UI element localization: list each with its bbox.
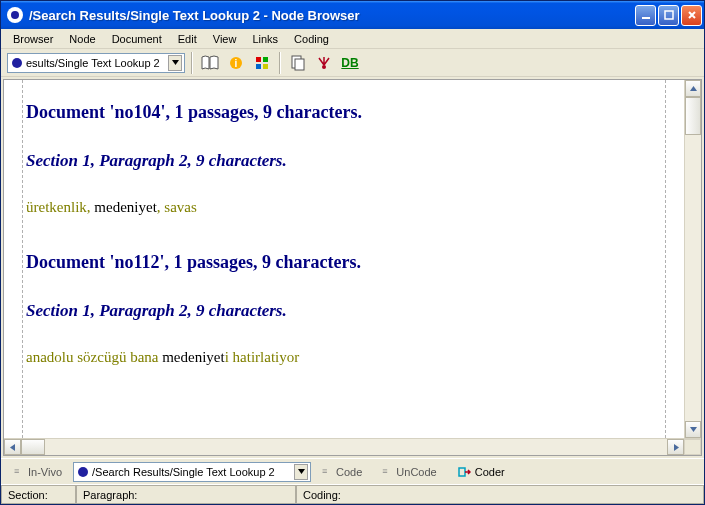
svg-point-11 [322,65,326,69]
svg-rect-0 [642,17,650,19]
coder-label: Coder [475,466,505,478]
db-button[interactable]: DB [339,52,361,74]
book-icon [201,55,219,71]
book-button[interactable] [199,52,221,74]
svg-marker-14 [10,444,15,451]
scroll-down-button[interactable] [685,421,701,438]
palette-button[interactable] [251,52,273,74]
svg-rect-7 [256,64,261,69]
menu-coding[interactable]: Coding [286,31,337,47]
scroll-track[interactable] [21,439,667,455]
db-icon: DB [341,56,358,70]
info-icon: i [229,56,243,70]
paragraph-label: Paragraph: [83,489,137,501]
svg-marker-13 [690,427,697,432]
uncode-label: UnCode [396,466,436,478]
svg-rect-10 [295,59,304,70]
status-paragraph: Paragraph: [76,485,296,504]
svg-marker-15 [674,444,679,451]
titlebar[interactable]: /Search Results/Single Text Lookup 2 - N… [1,1,704,29]
passage-text[interactable]: üretkenlik, medeniyet, savas [26,199,662,216]
arrow-right-icon [673,444,679,451]
maximize-button[interactable] [658,5,679,26]
stripes-icon: ≡ [14,470,24,473]
statusbar: Section: Paragraph: Coding: [1,484,704,504]
match-text: medeniyet [162,349,224,365]
node-path-combo[interactable]: esults/Single Text Lookup 2 [7,53,185,73]
window-buttons [635,5,702,26]
palette-icon [255,56,269,70]
toolbar-separator [191,52,193,74]
invivo-label: In-Vivo [28,466,62,478]
menu-view[interactable]: View [205,31,245,47]
coding-toolbar: ≡ In-Vivo /Search Results/Single Text Lo… [1,458,704,484]
menu-browser[interactable]: Browser [5,31,61,47]
menu-links[interactable]: Links [244,31,286,47]
vertical-scrollbar[interactable] [684,80,701,438]
stripes-icon: ≡ [382,470,392,473]
minimize-button[interactable] [635,5,656,26]
menu-document[interactable]: Document [104,31,170,47]
code-button: ≡ Code [313,462,371,482]
arrow-down-icon [690,427,697,433]
status-coding: Coding: [296,485,704,504]
minimize-icon [640,9,652,21]
document-heading: Document 'no104', 1 passages, 9 characte… [26,102,662,123]
document-heading: Document 'no112', 1 passages, 9 characte… [26,252,662,273]
context-text: üretkenlik, [26,199,94,215]
chevron-down-icon[interactable] [168,55,182,71]
status-section: Section: [1,485,76,504]
coder-icon [457,465,471,479]
match-text: medeniyet [94,199,156,215]
svg-marker-2 [172,60,179,65]
document-view[interactable]: Document 'no104', 1 passages, 9 characte… [4,80,684,438]
content-area: Document 'no104', 1 passages, 9 characte… [3,79,702,456]
spread-icon [316,56,332,70]
scroll-left-button[interactable] [4,439,21,455]
code-label: Code [336,466,362,478]
maximize-icon [663,9,675,21]
scroll-up-button[interactable] [685,80,701,97]
toolbar-separator [279,52,281,74]
right-margin-guide [665,80,666,438]
app-icon [7,7,23,23]
context-text: , savas [157,199,197,215]
section-heading: Section 1, Paragraph 2, 9 characters. [26,151,662,171]
spread-button[interactable] [313,52,335,74]
copy-button[interactable] [287,52,309,74]
info-button[interactable]: i [225,52,247,74]
horizontal-scrollbar[interactable] [4,438,701,455]
node-path-text: esults/Single Text Lookup 2 [26,57,166,69]
svg-rect-8 [263,64,268,69]
node-icon [12,58,22,68]
scroll-track[interactable] [685,97,701,421]
svg-marker-12 [690,86,697,91]
menubar: Browser Node Document Edit View Links Co… [1,29,704,49]
node-browser-window: /Search Results/Single Text Lookup 2 - N… [0,0,705,505]
invivo-button: ≡ In-Vivo [5,462,71,482]
chevron-down-icon[interactable] [294,464,308,480]
scroll-right-button[interactable] [667,439,684,455]
passage-text[interactable]: anadolu sözcügü bana medeniyeti hatirlat… [26,349,662,366]
arrow-left-icon [10,444,16,451]
svg-rect-6 [263,57,268,62]
close-icon [686,9,698,21]
scroll-thumb[interactable] [21,439,45,455]
toolbar: esults/Single Text Lookup 2 i DB [1,49,704,77]
window-title: /Search Results/Single Text Lookup 2 - N… [29,8,635,23]
copy-icon [291,55,305,71]
svg-text:i: i [235,58,238,69]
svg-rect-1 [665,11,673,19]
stripes-icon: ≡ [322,470,332,473]
svg-marker-16 [298,469,305,474]
coder-button[interactable]: Coder [448,462,514,482]
close-button[interactable] [681,5,702,26]
context-text: i hatirlatiyor [225,349,300,365]
menu-node[interactable]: Node [61,31,103,47]
context-text: anadolu sözcügü bana [26,349,162,365]
scroll-thumb[interactable] [685,97,701,135]
svg-rect-5 [256,57,261,62]
coding-node-combo[interactable]: /Search Results/Single Text Lookup 2 [73,462,311,482]
arrow-up-icon [690,86,697,92]
menu-edit[interactable]: Edit [170,31,205,47]
